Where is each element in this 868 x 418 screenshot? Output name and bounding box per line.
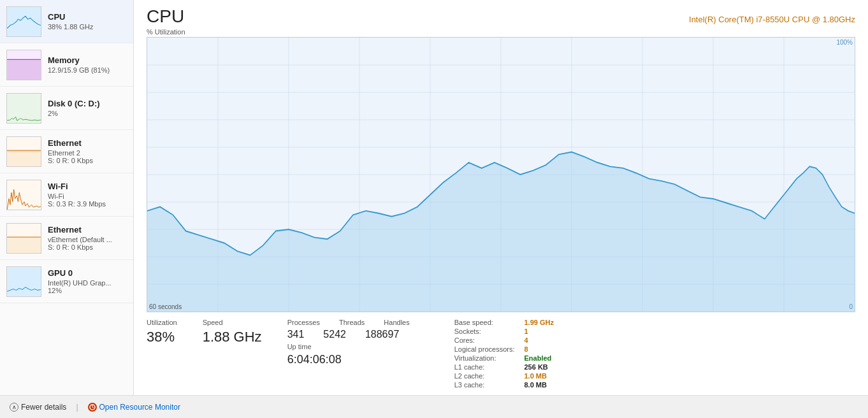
virt-val: Enabled — [524, 354, 553, 362]
l2-val: 1.0 MB — [524, 372, 553, 380]
memory-sidebar-title: Memory — [48, 55, 127, 65]
threads-value: 5242 — [323, 329, 346, 340]
sockets-val: 1 — [524, 328, 553, 335]
logical-key: Logical processors: — [454, 345, 515, 353]
ethernet2-sidebar-sub1: vEthernet (Default ... — [48, 236, 127, 243]
sidebar-item-memory[interactable]: Memory 12.9/15.9 GB (81%) — [0, 43, 133, 87]
handles-label: Handles — [384, 319, 409, 326]
l1-key: L1 cache: — [454, 363, 515, 371]
svg-line-35 — [92, 407, 94, 408]
l1-val: 256 KB — [524, 363, 553, 371]
sidebar-item-wifi[interactable]: Wi-Fi Wi-Fi S: 0.3 R: 3.9 Mbps — [0, 173, 133, 217]
wifi-thumbnail — [6, 180, 41, 210]
sidebar-item-gpu[interactable]: GPU 0 Intel(R) UHD Grap... 12% — [0, 260, 133, 303]
ethernet2-sidebar-info: Ethernet vEthernet (Default ... S: 0 R: … — [48, 225, 127, 251]
pth-values: 341 5242 188697 — [287, 329, 410, 340]
gpu-thumbnail — [6, 266, 41, 297]
panel-subtitle: Intel(R) Core(TM) i7-8550U CPU @ 1.80GHz — [689, 15, 855, 24]
sidebar-item-cpu[interactable]: CPU 38% 1.88 GHz — [0, 0, 133, 43]
cpu-chart-svg — [147, 38, 855, 312]
disk-sidebar-info: Disk 0 (C: D:) 2% — [48, 99, 127, 117]
svg-rect-13 — [7, 267, 41, 296]
gpu-sidebar-sub2: 12% — [48, 287, 127, 294]
panel-title: CPU — [147, 6, 184, 27]
main-container: CPU 38% 1.88 GHz Memory 12.9/15.9 GB (81… — [0, 0, 868, 395]
wifi-sidebar-title: Wi-Fi — [48, 182, 127, 191]
l2-key: L2 cache: — [454, 372, 515, 380]
ethernet1-sidebar-info: Ethernet Ethernet 2 S: 0 R: 0 Kbps — [48, 138, 127, 164]
svg-rect-6 — [7, 150, 41, 166]
cores-key: Cores: — [454, 336, 515, 344]
utilization-value: 38% — [147, 329, 177, 345]
panel-header: CPU Intel(R) Core(TM) i7-8550U CPU @ 1.8… — [147, 6, 855, 27]
disk-sidebar-sub: 2% — [48, 110, 127, 117]
ethernet1-sidebar-sub1: Ethernet 2 — [48, 149, 127, 157]
gpu-sidebar-title: GPU 0 — [48, 268, 127, 278]
chart-label-row: % Utilization — [147, 28, 855, 36]
sockets-key: Sockets: — [454, 328, 515, 335]
memory-sidebar-info: Memory 12.9/15.9 GB (81%) — [48, 55, 127, 74]
wifi-sidebar-info: Wi-Fi Wi-Fi S: 0.3 R: 3.9 Mbps — [48, 182, 127, 208]
sidebar: CPU 38% 1.88 GHz Memory 12.9/15.9 GB (81… — [0, 0, 134, 395]
cpu-sidebar-info: CPU 38% 1.88 GHz — [48, 12, 127, 31]
fewer-details-label: Fewer details — [21, 403, 66, 412]
svg-rect-11 — [7, 237, 41, 253]
speed-value: 1.88 GHz — [203, 329, 262, 345]
cpu-sidebar-sub: 38% 1.88 GHz — [48, 23, 127, 31]
svg-rect-0 — [7, 7, 41, 36]
fewer-details-button[interactable]: ∧ Fewer details — [10, 403, 66, 412]
bottom-bar: ∧ Fewer details | Open Resource Monitor — [0, 395, 868, 418]
handles-value: 188697 — [365, 329, 399, 340]
virt-key: Virtualization: — [454, 354, 515, 362]
cores-val: 4 — [524, 336, 553, 344]
ethernet2-sidebar-sub2: S: 0 R: 0 Kbps — [48, 243, 127, 251]
open-resource-monitor-link[interactable]: Open Resource Monitor — [88, 403, 180, 412]
base-speed-val: 1.99 GHz — [524, 319, 553, 326]
pth-labels: Processes Threads Handles — [287, 319, 410, 326]
disk-sidebar-title: Disk 0 (C: D:) — [48, 99, 127, 108]
chevron-up-icon: ∧ — [10, 403, 18, 412]
chart-max-label: 100% — [836, 39, 853, 46]
speed-label: Speed — [203, 319, 262, 326]
l3-key: L3 cache: — [454, 381, 515, 389]
threads-label: Threads — [339, 319, 365, 326]
chart-utilization-label: % Utilization — [147, 28, 185, 36]
chart-container: 100% 0 60 seconds — [147, 37, 855, 312]
ethernet1-sidebar-sub2: S: 0 R: 0 Kbps — [48, 157, 127, 164]
speed-group: Speed 1.88 GHz — [203, 319, 262, 389]
gpu-sidebar-info: GPU 0 Intel(R) UHD Grap... 12% — [48, 268, 127, 294]
ethernet1-sidebar-title: Ethernet — [48, 138, 127, 148]
memory-sidebar-sub: 12.9/15.9 GB (81%) — [48, 66, 127, 74]
svg-rect-2 — [7, 59, 41, 80]
cpu-sidebar-title: CPU — [48, 12, 127, 22]
open-rm-label: Open Resource Monitor — [99, 403, 180, 412]
processes-label: Processes — [287, 319, 320, 326]
stats-area: Utilization 38% Speed 1.88 GHz Processes… — [147, 315, 855, 392]
l3-val: 8.0 MB — [524, 381, 553, 389]
chart-time-label: 60 seconds — [149, 303, 182, 310]
ethernet2-thumbnail — [6, 223, 41, 254]
ethernet2-sidebar-title: Ethernet — [48, 225, 127, 234]
memory-thumbnail — [6, 50, 41, 80]
sidebar-item-ethernet1[interactable]: Ethernet Ethernet 2 S: 0 R: 0 Kbps — [0, 130, 133, 173]
base-speed-key: Base speed: — [454, 319, 515, 326]
uptime-value: 6:04:06:08 — [287, 353, 410, 366]
svg-marker-32 — [147, 152, 855, 312]
chart-min-label: 0 — [849, 303, 853, 310]
separator: | — [76, 403, 78, 412]
wifi-sidebar-sub1: Wi-Fi — [48, 192, 127, 200]
wifi-sidebar-sub2: S: 0.3 R: 3.9 Mbps — [48, 200, 127, 208]
sidebar-item-disk[interactable]: Disk 0 (C: D:) 2% — [0, 87, 133, 130]
utilization-group: Utilization 38% — [147, 319, 177, 389]
processes-value: 341 — [287, 329, 305, 340]
disk-thumbnail — [6, 93, 41, 124]
info-table: Base speed: 1.99 GHz Sockets: 1 Cores: 4… — [454, 319, 554, 389]
svg-rect-9 — [7, 180, 41, 210]
uptime-label: Up time — [287, 343, 410, 350]
process-stats: Processes Threads Handles 341 5242 18869… — [287, 319, 410, 389]
gpu-sidebar-sub1: Intel(R) UHD Grap... — [48, 279, 127, 287]
right-panel: CPU Intel(R) Core(TM) i7-8550U CPU @ 1.8… — [134, 0, 868, 395]
ethernet1-thumbnail — [6, 136, 41, 167]
cpu-thumbnail — [6, 6, 41, 37]
sidebar-item-ethernet2[interactable]: Ethernet vEthernet (Default ... S: 0 R: … — [0, 217, 133, 260]
